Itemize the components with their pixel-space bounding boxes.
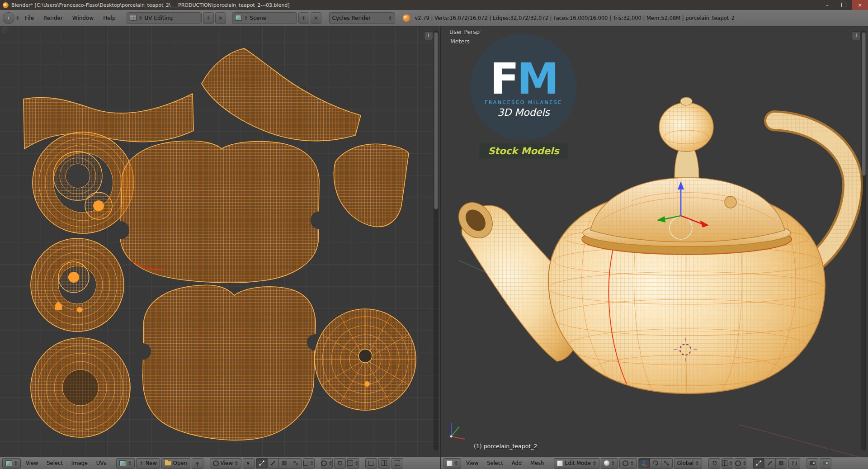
mesh-select-face-button[interactable] (776, 458, 787, 469)
area-resize-grip[interactable] (1, 27, 8, 33)
screen-layout-selector[interactable]: UV Editing (127, 12, 202, 24)
uv-island-lid-ring[interactable] (33, 132, 134, 233)
viewport-shading-dropdown[interactable] (601, 458, 618, 469)
uv-island-body-lower[interactable] (135, 285, 323, 440)
uv-island-body-side[interactable] (111, 141, 329, 283)
uv-sync-selection-toggle[interactable] (243, 458, 255, 469)
chevron-updown-icon (630, 461, 634, 465)
snap-toggle[interactable]: Ω (334, 458, 346, 469)
image-browse-button[interactable] (116, 458, 135, 469)
uv-islands-canvas[interactable] (0, 26, 440, 457)
pin-image-toggle[interactable] (192, 458, 203, 469)
pivot-point-dropdown[interactable] (619, 458, 637, 469)
menu-render[interactable]: Render (39, 14, 67, 22)
delete-screen-layout-button[interactable]: × (215, 12, 226, 24)
viewport-3d-canvas[interactable] (441, 26, 868, 457)
mode-dropdown[interactable]: Edit Mode (554, 458, 599, 469)
uv-pivot-dropdown[interactable]: View (210, 458, 241, 469)
sticky-selection-dropdown[interactable] (303, 458, 315, 469)
transform-orientation-dropdown[interactable]: Global (674, 458, 703, 469)
uv-select-edge-button[interactable] (268, 458, 279, 469)
uv-panel-toggle-button[interactable]: + (424, 31, 433, 40)
mesh-select-edge-button[interactable] (764, 458, 776, 469)
viewport-3d-panel[interactable]: FM FRANCESCO MILANESE 3D Models Stock Mo… (441, 26, 868, 457)
teapot-knob[interactable] (659, 97, 713, 178)
snap-element-icon (722, 460, 727, 466)
scrollbar-handle[interactable] (862, 32, 866, 176)
open-image-button[interactable]: Open (161, 458, 190, 469)
close-button[interactable]: × (852, 0, 868, 10)
uv-vertical-scrollbar[interactable] (434, 30, 439, 450)
mesh-select-vertex-button[interactable] (753, 458, 764, 469)
uv-island-handle[interactable] (334, 144, 409, 227)
add-screen-layout-button[interactable]: + (203, 12, 214, 24)
scene-selector[interactable]: Scene (232, 12, 297, 24)
uv-island-lid-top[interactable] (31, 238, 124, 332)
v3d-menu-select[interactable]: Select (483, 459, 506, 467)
floor-axis-x (740, 425, 866, 457)
v3d-editor-type-button[interactable] (443, 458, 461, 469)
manipulator-translate-button[interactable] (638, 458, 650, 469)
translate-icon (641, 460, 647, 466)
menu-file[interactable]: File (21, 14, 38, 22)
uv-select-vertex-button[interactable] (256, 458, 268, 469)
teapot-lid[interactable] (590, 178, 785, 242)
uv-editor-type-button[interactable] (2, 458, 21, 469)
blender-window: Blender* [C:\Users\Francesco-Fisso\Deskt… (0, 0, 868, 469)
opengl-render-anim-button[interactable] (820, 458, 831, 469)
pixel-grid-icon (382, 460, 387, 466)
uv-menu-select[interactable]: Select (43, 459, 66, 467)
uv-island-base[interactable] (31, 338, 130, 437)
v3d-snap-toggle[interactable]: Ω (708, 458, 720, 469)
v3d-snap-element-dropdown[interactable] (722, 458, 733, 469)
stretch-display-toggle[interactable] (392, 458, 403, 469)
occlude-icon (792, 460, 797, 466)
title-bar: Blender* [C:\Users\Francesco-Fisso\Deskt… (0, 0, 868, 10)
proportional-edit-dropdown[interactable] (321, 458, 333, 469)
uv-select-island-button[interactable] (290, 458, 302, 469)
uv-menu-view[interactable]: View (22, 459, 42, 467)
island-mode-icon (293, 460, 298, 466)
normalized-coords-toggle[interactable] (365, 458, 377, 469)
vertex-mode-icon (259, 460, 264, 466)
edge-mode-icon (767, 460, 773, 466)
manipulator-scale-button[interactable] (661, 458, 673, 469)
vertex-mode-icon (756, 460, 761, 466)
view3d-header: View Select Add Mesh Edit Mode (441, 457, 868, 469)
uv-island-body-top[interactable] (202, 48, 361, 141)
opengl-render-image-button[interactable] (807, 458, 818, 469)
cursor-arrow-icon (247, 461, 250, 465)
chevron-updown-icon (593, 461, 596, 465)
scrollbar-handle[interactable] (434, 32, 438, 209)
v3d-menu-view[interactable]: View (462, 459, 482, 467)
chevron-updown-icon (454, 461, 458, 465)
maximize-button[interactable] (835, 0, 852, 10)
v3d-menu-add[interactable]: Add (508, 459, 525, 467)
pixel-snap-toggle[interactable] (378, 458, 390, 469)
uv-select-face-button[interactable] (279, 458, 290, 469)
uv-menu-uvs[interactable]: UVs (93, 459, 110, 467)
camera-film-icon (823, 461, 829, 465)
new-image-button[interactable]: + New (136, 458, 160, 469)
uv-editor-panel[interactable]: + (0, 26, 441, 457)
minimize-button[interactable]: – (819, 0, 835, 10)
delete-scene-button[interactable]: × (311, 12, 321, 24)
image-editor-icon (5, 460, 12, 466)
shading-sphere-icon (604, 460, 609, 466)
v3d-menu-mesh[interactable]: Mesh (527, 459, 547, 467)
uv-island-spout-cap[interactable] (315, 309, 416, 410)
menu-help[interactable]: Help (99, 14, 119, 22)
v3d-proportional-edit-dropdown[interactable] (735, 458, 746, 469)
add-scene-button[interactable]: + (298, 12, 309, 24)
uv-menu-image[interactable]: Image (68, 459, 91, 467)
v3d-panel-toggle-button[interactable]: + (852, 31, 861, 40)
render-engine-selector[interactable]: Cycles Render (329, 12, 395, 24)
v3d-vertical-scrollbar[interactable] (861, 30, 866, 450)
limit-selection-visible-toggle[interactable] (788, 458, 800, 469)
teapot-mesh[interactable] (452, 97, 853, 395)
menu-window[interactable]: Window (68, 14, 98, 22)
editor-type-info-button[interactable]: i (3, 12, 14, 24)
manipulator-rotate-button[interactable] (650, 458, 661, 469)
mode-value: Edit Mode (565, 460, 590, 466)
snap-element-dropdown[interactable] (347, 458, 359, 469)
